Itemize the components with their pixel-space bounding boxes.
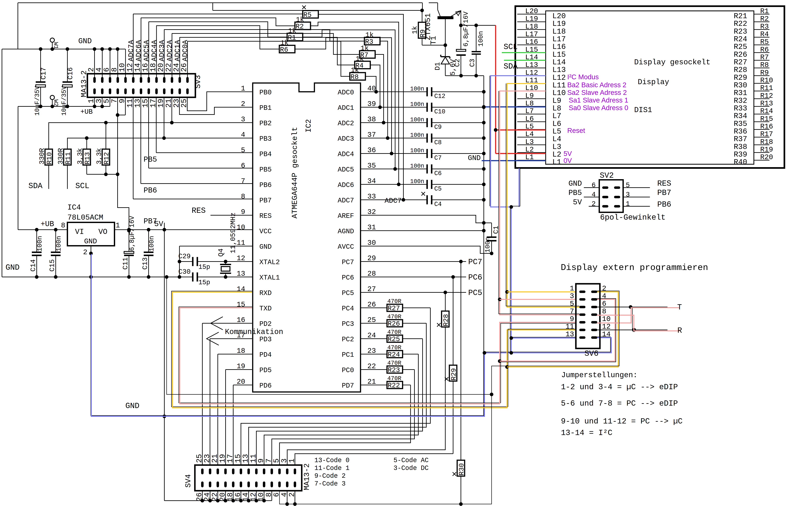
svg-text:R35: R35 — [734, 120, 747, 128]
svg-text:7: 7 — [265, 458, 273, 463]
svg-text:Display gesockelt: Display gesockelt — [634, 58, 710, 67]
svg-text:9-Code 2: 9-Code 2 — [314, 473, 346, 480]
svg-text:L5: L5 — [525, 122, 534, 131]
svg-text:1: 1 — [570, 284, 574, 292]
svg-text:15: 15 — [234, 454, 242, 463]
svg-text:31: 31 — [367, 223, 376, 232]
svg-text:100n: 100n — [55, 236, 63, 251]
svg-text:9: 9 — [570, 315, 574, 323]
svg-text:4: 4 — [592, 191, 596, 199]
svg-text:6: 6 — [272, 493, 281, 497]
svg-text:C9: C9 — [434, 123, 442, 131]
svg-text:VO: VO — [98, 228, 107, 236]
svg-text:10µF/35V: 10µF/35V — [34, 86, 41, 116]
svg-text:9: 9 — [241, 208, 245, 216]
svg-text:XTAL1: XTAL1 — [259, 274, 280, 282]
svg-text:5: 5 — [241, 146, 245, 154]
svg-text:100n: 100n — [148, 236, 156, 251]
svg-text:GND: GND — [78, 37, 92, 46]
svg-text:C16: C16 — [67, 67, 74, 80]
svg-text:+UB: +UB — [40, 220, 54, 228]
svg-text:L18: L18 — [525, 22, 538, 31]
svg-text:11: 11 — [249, 454, 258, 463]
svg-text:R1: R1 — [288, 34, 296, 42]
svg-text:R31: R31 — [734, 89, 747, 97]
svg-text:25: 25 — [367, 316, 376, 324]
svg-text:C30: C30 — [178, 268, 191, 276]
svg-text:C11: C11 — [122, 257, 129, 270]
svg-text:L11: L11 — [552, 81, 566, 90]
svg-text:L19: L19 — [552, 20, 566, 28]
svg-text:14: 14 — [602, 330, 611, 338]
svg-text:37: 37 — [367, 131, 376, 139]
svg-text:25: 25 — [195, 454, 204, 463]
svg-text:15p: 15p — [198, 263, 210, 271]
svg-text:11-Code 1: 11-Code 1 — [314, 465, 350, 472]
svg-text:C10: C10 — [434, 108, 445, 115]
svg-text:SCL: SCL — [504, 43, 518, 51]
svg-text:1k: 1k — [356, 55, 364, 63]
svg-text:33: 33 — [367, 192, 376, 200]
svg-text:L3: L3 — [552, 143, 561, 151]
svg-text:PB1: PB1 — [259, 104, 272, 112]
svg-text:7-Code 3: 7-Code 3 — [314, 480, 346, 488]
svg-text:8: 8 — [241, 192, 245, 200]
svg-text:MA13-2: MA13-2 — [303, 463, 311, 490]
svg-text:C8: C8 — [434, 139, 442, 146]
svg-text:3: 3 — [280, 458, 289, 463]
svg-text:VI: VI — [75, 228, 84, 236]
svg-text:30: 30 — [367, 239, 376, 247]
svg-text:C3: C3 — [468, 59, 476, 67]
svg-text:RXD: RXD — [259, 289, 272, 297]
svg-text:SV4: SV4 — [184, 474, 193, 488]
svg-text:GND: GND — [568, 179, 582, 188]
svg-text:5-Code AC: 5-Code AC — [393, 457, 429, 464]
svg-text:330R: 330R — [57, 148, 65, 164]
svg-text:PB5: PB5 — [568, 189, 582, 197]
svg-text:ADC1A: ADC1A — [173, 40, 182, 61]
svg-text:R7: R7 — [760, 53, 769, 61]
svg-text:RES: RES — [259, 212, 272, 220]
svg-text:L12: L12 — [552, 74, 566, 82]
svg-text:13-14 = I²C: 13-14 = I²C — [561, 428, 612, 437]
svg-text:R5: R5 — [303, 11, 311, 19]
svg-text:26: 26 — [367, 301, 376, 309]
svg-text:PC5: PC5 — [468, 288, 482, 297]
svg-text:R17: R17 — [760, 130, 773, 138]
svg-text:R14: R14 — [760, 107, 773, 115]
svg-text:L8: L8 — [525, 99, 534, 107]
svg-text:3: 3 — [570, 292, 574, 300]
svg-text:L18: L18 — [552, 27, 566, 36]
svg-text:L10: L10 — [552, 89, 566, 97]
svg-text:R23: R23 — [388, 366, 400, 374]
svg-text:C5: C5 — [434, 185, 442, 192]
svg-text:2: 2 — [83, 248, 87, 256]
svg-text:10µF/35V: 10µF/35V — [61, 86, 68, 116]
svg-text:Sa1 Slave Adress 1: Sa1 Slave Adress 1 — [569, 96, 628, 104]
svg-text:R18: R18 — [760, 138, 773, 146]
svg-text:0V: 0V — [563, 157, 572, 164]
svg-text:Sa2 Slave Adress 2: Sa2 Slave Adress 2 — [567, 89, 627, 96]
svg-text:R39: R39 — [734, 150, 747, 159]
svg-text:R8: R8 — [350, 73, 359, 81]
svg-text:5V: 5V — [563, 150, 572, 157]
svg-text:5V: 5V — [154, 220, 163, 228]
svg-text:3,3k: 3,3k — [95, 148, 103, 164]
svg-text:R40: R40 — [734, 158, 747, 167]
svg-text:C17: C17 — [40, 67, 48, 80]
svg-text:L16: L16 — [552, 43, 566, 51]
svg-text:R8: R8 — [760, 61, 769, 69]
svg-text:R28: R28 — [734, 66, 747, 74]
svg-text:6,8µF/16V: 6,8µF/16V — [128, 216, 136, 251]
svg-text:1: 1 — [241, 84, 245, 93]
svg-text:R24: R24 — [734, 35, 747, 44]
svg-text:1k: 1k — [288, 27, 296, 35]
svg-text:8: 8 — [61, 222, 65, 230]
svg-text:ADC4: ADC4 — [338, 150, 354, 158]
svg-text:R24: R24 — [388, 351, 400, 359]
svg-text:T1: T1 — [429, 36, 438, 45]
svg-text:C13: C13 — [141, 257, 149, 270]
svg-text:W1: W1 — [53, 42, 59, 49]
svg-text:T: T — [677, 303, 682, 312]
svg-text:Display extern programmieren: Display extern programmieren — [561, 263, 708, 272]
